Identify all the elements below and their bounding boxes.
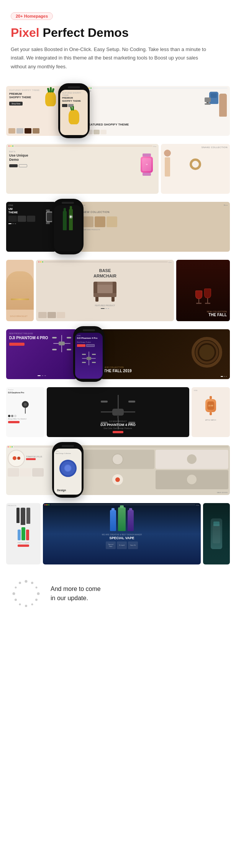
demo-watch-beige: iOne Built To Use UniqueDemo 12 — [6, 144, 159, 194]
demo-shopify-ss: FEATURED SHOPIFY THEME PREMIUMSHOPIFY TH… — [6, 86, 64, 136]
svg-point-7 — [19, 603, 21, 605]
phone-mockup-row1: FEATURED SHOPIFY THEME PREMIUMSHOPIFY TH… — [58, 83, 90, 138]
svg-point-11 — [19, 582, 21, 584]
svg-point-9 — [13, 592, 15, 595]
demo-special-vape: iOne WE ARE CREATIVE & BEST DESIGN MAKER… — [43, 503, 201, 564]
demo-ione-ss: iOne FEATURED SHOPIFY THEME — [84, 86, 230, 136]
bottom-text: And more to come in our update. — [51, 584, 101, 603]
dots-circle-icon — [11, 578, 41, 609]
header-section: 20+ Homepages Pixel Perfect Demos Get yo… — [0, 0, 236, 80]
demo-the-fall-ss: NEW COLLECTION THE FALL — [176, 260, 230, 321]
phone-mockup-row7: iOne Best Design Collection Design — [52, 442, 84, 498]
main-title: Pixel Perfect Demos — [11, 25, 225, 40]
svg-point-0 — [25, 580, 28, 583]
demo-the-fall-2019: NEW COLLECTION THE FALL 2019 — [101, 329, 230, 379]
title-accent: Pixel — [11, 26, 39, 40]
demo-dji-purple: NEW PRODUCT RELEASE DJI PHANTOM 4 PRO — [6, 329, 77, 379]
demos-section: FEATURED SHOPIFY THEME PREMIUMSHOPIFY TH… — [0, 80, 236, 564]
demo-plates-ss: Tomatoes Plus — [6, 445, 56, 495]
subtitle: Get your sales Boosted in One-Click. Eas… — [11, 45, 210, 71]
svg-point-3 — [37, 592, 40, 595]
demo-dji-black: DJI NEW PRODUCT DJI PHANTOM 4 PRO One Co… — [47, 387, 189, 437]
demo-vape-products: Products Fruit & Liquid — [6, 503, 41, 564]
phone-mockup-row3 — [52, 199, 84, 254]
demo-new-collection: iOne Menu NEW COLLECTION FEATURED PRODUC… — [80, 202, 230, 252]
demo-dark-watch: iOne UMTHEME — [6, 202, 56, 252]
svg-point-1 — [31, 582, 33, 584]
svg-point-2 — [36, 586, 38, 588]
svg-point-8 — [15, 599, 17, 601]
demo-smartwatch-ss: iOne 10:09 Apple Watch — [192, 387, 230, 437]
demo-plates-right: Wave Design — [80, 445, 230, 495]
svg-point-4 — [35, 599, 38, 601]
demo-armchair-ss: iOne BASEARMCHAIR — [36, 260, 174, 321]
svg-point-5 — [31, 603, 33, 605]
bottom-section: And more to come in our update. — [0, 567, 236, 624]
demo-snake-ss: SNAKE COLLECTION — [161, 144, 230, 194]
svg-point-6 — [25, 605, 27, 607]
title-rest: Perfect Demos — [43, 26, 129, 40]
demo-skin-ss: Gold Bracelet — [6, 260, 34, 321]
badge: 20+ Homepages — [11, 12, 53, 20]
phone-mockup-row5: iOne DJI Phantom 4 Pro Best Design Produ… — [73, 326, 105, 382]
svg-point-10 — [15, 586, 17, 588]
demo-earphone-ss: Product DJI Earphone Pro Always Make You… — [6, 387, 44, 437]
demo-vape-right — [203, 503, 230, 564]
